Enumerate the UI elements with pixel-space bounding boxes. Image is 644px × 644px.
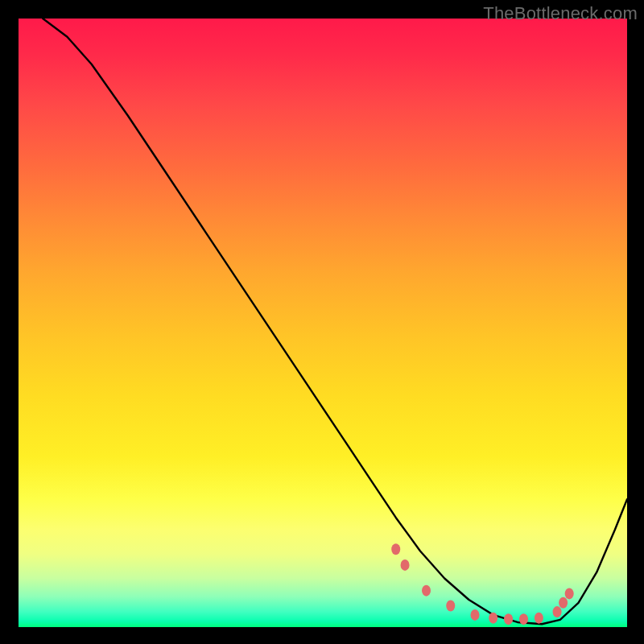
dot-marker bbox=[446, 601, 455, 612]
dot-marker bbox=[401, 559, 410, 571]
dot-marker bbox=[471, 609, 480, 621]
dot-marker bbox=[391, 543, 400, 555]
dot-marker bbox=[553, 606, 562, 617]
dot-marker bbox=[504, 613, 513, 625]
dot-marker bbox=[422, 585, 431, 597]
dot-marker bbox=[519, 613, 528, 625]
curve-dots bbox=[391, 543, 573, 625]
dot-marker bbox=[559, 597, 568, 609]
watermark-text: TheBottleneck.com bbox=[483, 3, 638, 24]
chart-plot bbox=[19, 19, 627, 627]
dot-marker bbox=[535, 613, 543, 624]
curve-line bbox=[43, 19, 627, 624]
dot-marker bbox=[565, 588, 574, 599]
chart-frame: TheBottleneck.com bbox=[0, 0, 644, 644]
dot-marker bbox=[489, 613, 497, 624]
chart-svg bbox=[19, 19, 627, 627]
